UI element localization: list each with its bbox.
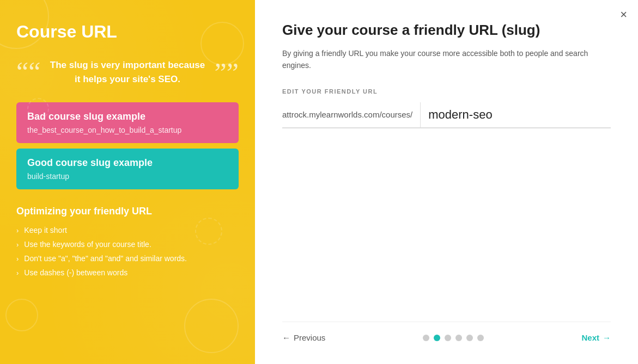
dot-1 [423,335,429,341]
spacer [282,145,611,311]
edit-url-label: EDIT YOUR FRIENDLY URL [282,88,611,95]
dot-5 [466,335,473,341]
tip-item: ›Use dashes (-) between words [16,268,239,277]
dot-6 [477,335,484,341]
chevron-right-icon: › [16,269,19,277]
chevron-right-icon: › [16,226,19,235]
bad-example-title: Bad course slug example [27,111,228,122]
close-button[interactable]: × [620,9,627,21]
quote-text: The slug is very important because it he… [46,58,209,86]
quote-block: ““ The slug is very important because it… [16,58,239,86]
close-quote-icon: ”” [215,59,239,86]
url-prefix: attrock.mylearnworlds.com/courses/ [282,102,421,127]
good-example-title: Good course slug example [27,157,228,169]
dot-4 [455,335,462,341]
dot-2 [434,335,440,341]
tip-item: ›Don't use "a", "the" and "and" and simi… [16,254,239,263]
next-label: Next [581,333,599,342]
dialog-description: By giving a friendly URL you make your c… [282,47,611,72]
tip-item: ›Use the keywords of your course title. [16,240,239,249]
chevron-right-icon: › [16,240,19,249]
dialog-title: Give your course a friendly URL (slug) [282,22,611,39]
bad-example-box: Bad course slug example the_best_course_… [16,102,239,143]
bottom-bar: ← Previous Next → [282,322,611,342]
url-input-row: attrock.mylearnworlds.com/courses/ [282,102,611,128]
optimizing-title: Optimizing your friendly URL [16,206,239,217]
good-example-box: Good course slug example build-startup [16,149,239,189]
dot-3 [445,335,451,341]
arrow-right-icon: → [603,333,611,342]
previous-label: Previous [294,333,325,342]
open-quote-icon: ““ [16,58,40,85]
next-button[interactable]: Next → [581,333,611,342]
good-example-value: build-startup [27,172,228,181]
left-panel: Course URL ““ The slug is very important… [0,0,255,364]
previous-button[interactable]: ← Previous [282,333,325,342]
tip-item: ›Keep it short [16,226,239,235]
chevron-right-icon: › [16,255,19,263]
tips-list: ›Keep it short›Use the keywords of your … [16,226,239,277]
slug-input[interactable] [421,102,611,127]
right-panel: × Give your course a friendly URL (slug)… [255,0,638,364]
bad-example-value: the_best_course_on_how_to_build_a_startu… [27,126,228,134]
arrow-left-icon: ← [282,333,290,342]
progress-dots [423,335,484,341]
panel-title: Course URL [16,22,239,42]
modal: Course URL ““ The slug is very important… [0,0,638,364]
